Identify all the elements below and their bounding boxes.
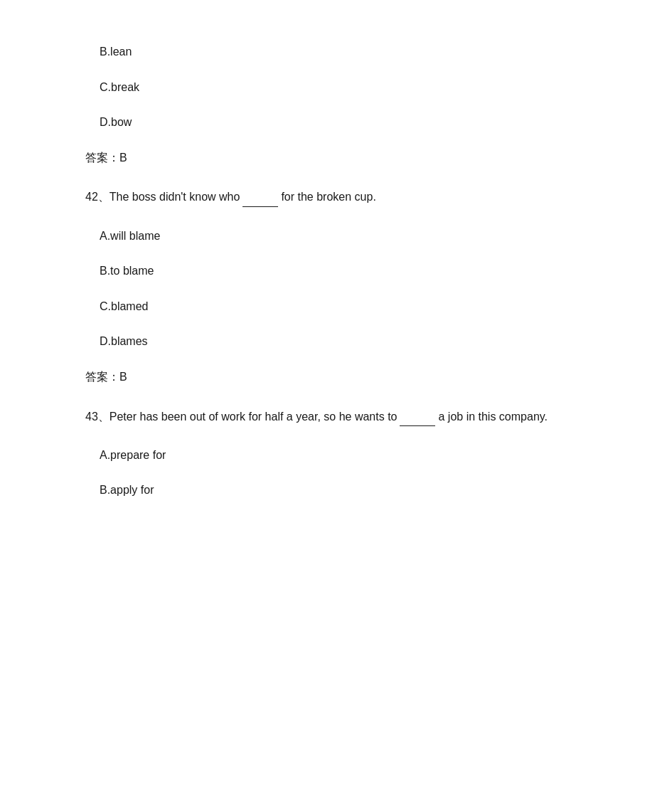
option-text: B.lean [100,46,132,58]
option-c-blamed: C.blamed [85,297,587,316]
option-b-to-blame: B.to blame [85,262,587,280]
option-text: B.apply for [100,484,154,496]
option-d-bow: D.bow [85,113,587,132]
option-c-break: C.break [85,78,587,97]
option-b-lean: B.lean [85,43,587,61]
answer-text: 答案：B [85,152,127,164]
answer-q42: 答案：B [85,368,587,386]
blank-42 [242,186,278,206]
blank-43 [400,406,435,426]
question-42: 42、The boss didn't know who for the brok… [85,186,587,206]
question-text-after: for the broken cup. [281,191,375,203]
option-text: C.blamed [100,300,148,312]
option-b-apply-for: B.apply for [85,481,587,499]
option-text: A.will blame [100,230,160,242]
option-d-blames: D.blames [85,332,587,351]
option-a-prepare-for: A.prepare for [85,446,587,465]
answer-q41: 答案：B [85,149,587,167]
option-a-will-blame: A.will blame [85,227,587,245]
option-text: C.break [100,81,139,93]
option-text: D.bow [100,116,132,128]
option-text: D.blames [100,335,148,347]
main-content: B.lean C.break D.bow 答案：B 42、The boss di… [85,43,587,499]
question-text-before: 42、The boss didn't know who [85,191,240,203]
answer-text: 答案：B [85,371,127,383]
option-text: A.prepare for [100,449,166,461]
question-text-part2: a job in this company. [438,411,548,423]
question-43: 43、Peter has been out of work for half a… [85,406,587,426]
option-text: B.to blame [100,265,154,277]
question-text-part1: 43、Peter has been out of work for half a… [85,411,397,423]
